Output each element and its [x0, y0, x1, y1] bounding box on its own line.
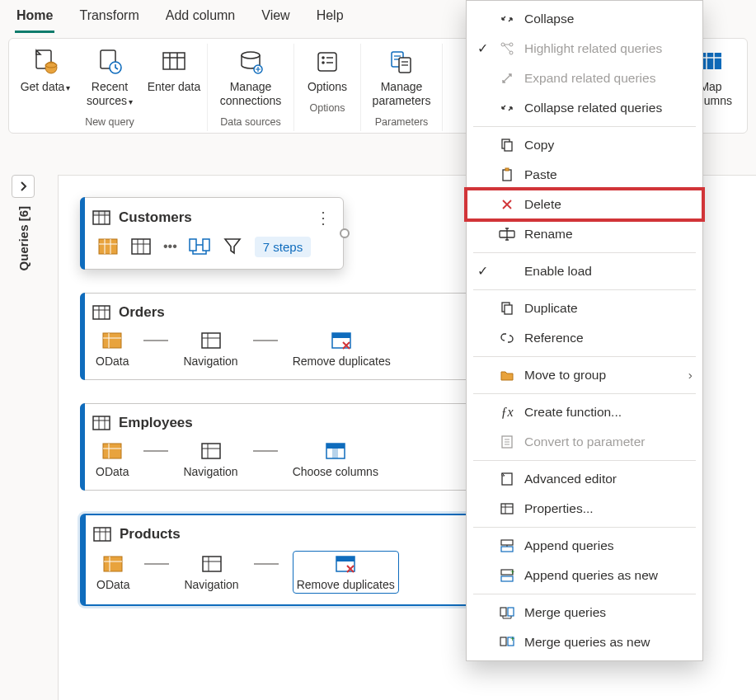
svg-rect-41 — [93, 306, 110, 319]
expand-queries-button[interactable] — [12, 175, 35, 198]
svg-text:+: + — [510, 568, 514, 576]
query-card-products[interactable]: + Products OData Navigation Remove dupli… — [80, 514, 509, 606]
tab-add-column[interactable]: Add column — [164, 3, 237, 33]
svg-point-12 — [322, 56, 325, 59]
menu-rename[interactable]: Rename — [467, 219, 702, 249]
menu-duplicate[interactable]: Duplicate — [467, 294, 702, 323]
menu-paste[interactable]: Paste — [467, 160, 702, 190]
function-icon: ƒx — [498, 403, 516, 421]
svg-rect-83 — [503, 170, 511, 181]
ribbon-group-label: Parameters — [375, 116, 429, 128]
merge-new-icon: + — [498, 633, 516, 651]
table-icon — [92, 303, 110, 322]
menu-label: Collapse — [524, 12, 574, 26]
tab-home[interactable]: Home — [15, 3, 54, 33]
svg-rect-104 — [500, 637, 506, 646]
step-label: OData — [96, 355, 129, 368]
menu-reference[interactable]: Reference — [467, 323, 702, 353]
svg-rect-94 — [501, 504, 513, 514]
menu-merge-queries-new[interactable]: + Merge queries as new — [467, 627, 702, 657]
recent-sources-label: Recent sources — [87, 80, 128, 107]
check-icon: ✓ — [475, 264, 490, 279]
manage-parameters-icon — [387, 47, 416, 77]
menu-move-to-group[interactable]: Move to group › — [467, 360, 702, 390]
odata-source-icon — [97, 236, 119, 257]
chevron-right-icon: › — [688, 368, 693, 383]
menu-highlight-related[interactable]: ✓ Highlight related queries — [467, 34, 702, 63]
menu-create-function[interactable]: ƒx Create function... — [467, 397, 702, 427]
reference-icon — [498, 329, 516, 347]
svg-rect-102 — [500, 608, 506, 616]
menu-label: Copy — [524, 138, 554, 153]
svg-rect-11 — [318, 53, 336, 71]
svg-rect-5 — [163, 53, 185, 69]
query-card-customers[interactable]: Customers ⋮ ••• 7 steps — [80, 197, 344, 270]
step-label: Navigation — [183, 355, 237, 368]
step-odata[interactable]: OData — [96, 330, 129, 368]
enter-data-label: Enter data — [148, 80, 201, 94]
svg-rect-70 — [104, 557, 122, 571]
step-label: Navigation — [183, 465, 237, 478]
tab-help[interactable]: Help — [315, 3, 345, 33]
queries-panel-title: Queries [6] — [16, 206, 31, 270]
query-card-employees[interactable]: Employees OData Navigation Choose column… — [80, 403, 509, 491]
svg-rect-31 — [99, 239, 117, 254]
ellipsis-icon[interactable]: ••• — [163, 239, 177, 254]
menu-label: Create function... — [524, 405, 622, 420]
menu-enable-load[interactable]: ✓ Enable load — [467, 256, 702, 286]
step-label: Navigation — [184, 578, 238, 591]
manage-parameters-button[interactable]: Manage parameters — [364, 44, 439, 111]
related-icon — [498, 40, 516, 58]
menu-collapse-related[interactable]: Collapse related queries — [467, 93, 702, 123]
check-icon: ✓ — [475, 41, 490, 56]
menu-convert-to-parameter[interactable]: Convert to parameter — [467, 427, 702, 457]
svg-rect-40 — [203, 239, 209, 251]
recent-sources-button[interactable]: Recent sources▾ — [80, 44, 139, 111]
svg-rect-27 — [93, 211, 110, 215]
menu-expand-related[interactable]: Expand related queries — [467, 63, 702, 93]
step-remove-duplicates[interactable]: Remove duplicates — [293, 552, 398, 593]
query-title: Products — [120, 526, 181, 543]
ribbon-group-label: New query — [85, 116, 134, 128]
menu-label: Expand related queries — [524, 71, 655, 86]
ribbon-group-label: Data sources — [220, 116, 281, 128]
enter-data-icon — [159, 47, 189, 77]
svg-rect-35 — [132, 239, 150, 254]
tab-transform[interactable]: Transform — [77, 3, 140, 33]
options-button[interactable]: Options — [298, 44, 357, 97]
menu-delete[interactable]: Delete — [467, 190, 702, 219]
svg-point-79 — [509, 43, 513, 46]
manage-connections-button[interactable]: Manage connections — [211, 44, 290, 111]
step-label: Choose columns — [293, 465, 378, 478]
query-card-orders[interactable]: Orders OData Navigation Remove duplicate… — [80, 293, 509, 380]
step-navigation[interactable]: Navigation — [183, 440, 237, 478]
menu-advanced-editor[interactable]: Advanced editor — [467, 464, 702, 494]
filter-icon — [222, 236, 243, 257]
menu-collapse[interactable]: Collapse — [467, 4, 702, 34]
paste-icon — [498, 166, 516, 184]
chevron-down-icon: ▾ — [66, 83, 70, 92]
table-step-icon — [130, 236, 152, 257]
get-data-button[interactable]: Get data▾ — [16, 44, 75, 97]
step-navigation[interactable]: Navigation — [184, 553, 238, 591]
menu-copy[interactable]: Copy — [467, 130, 702, 160]
menu-merge-queries[interactable]: Merge queries — [467, 598, 702, 627]
step-odata[interactable]: OData — [96, 553, 129, 591]
step-navigation[interactable]: Navigation — [183, 330, 237, 368]
more-icon[interactable]: ⋮ — [315, 208, 331, 228]
menu-append-queries[interactable]: Append queries — [467, 531, 702, 561]
append-new-icon: + — [498, 566, 516, 585]
menu-label: Advanced editor — [524, 472, 617, 486]
svg-rect-100 — [501, 576, 513, 581]
menu-label: Enable load — [524, 264, 592, 279]
collapse-icon — [498, 10, 516, 28]
menu-properties[interactable]: Properties... — [467, 494, 702, 524]
step-odata[interactable]: OData — [96, 440, 129, 478]
menu-label: Merge queries as new — [524, 635, 650, 650]
menu-append-queries-new[interactable]: + Append queries as new — [467, 561, 702, 590]
step-remove-duplicates[interactable]: Remove duplicates — [293, 330, 391, 368]
steps-badge[interactable]: 7 steps — [255, 237, 311, 257]
step-choose-columns[interactable]: Choose columns — [293, 440, 378, 478]
tab-view[interactable]: View — [260, 3, 291, 33]
enter-data-button[interactable]: Enter data — [144, 44, 204, 97]
